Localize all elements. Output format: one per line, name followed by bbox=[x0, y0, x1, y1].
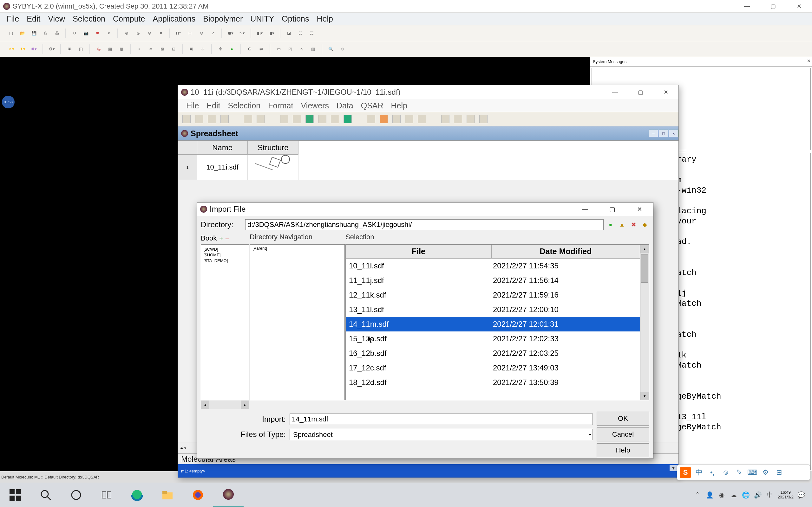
tool-icon[interactable]: ● bbox=[227, 44, 237, 54]
panel-pin-icon[interactable]: ✕ bbox=[807, 58, 811, 63]
ss-menu-viewers[interactable]: Viewers bbox=[297, 100, 333, 112]
grid-icon[interactable]: ▦ bbox=[105, 44, 115, 54]
light-icon[interactable]: ✺▾ bbox=[29, 44, 39, 54]
bookmarks-hscroll[interactable]: ◂ ▸ bbox=[201, 400, 249, 409]
cancel-button[interactable]: Cancel bbox=[597, 428, 649, 441]
tray-people-icon[interactable]: 👤 bbox=[705, 491, 714, 499]
dropdown-icon[interactable]: ▾ bbox=[104, 29, 113, 38]
stop-icon[interactable]: ⊘ bbox=[338, 44, 347, 54]
tool-icon[interactable]: ⊹ bbox=[198, 44, 207, 54]
menu-edit[interactable]: Edit bbox=[23, 13, 44, 25]
tool-icon[interactable]: ✶ bbox=[146, 44, 155, 54]
ss-toolbtn[interactable] bbox=[331, 115, 339, 123]
ss-toolbtn[interactable] bbox=[367, 115, 375, 123]
ss-menu-edit[interactable]: Edit bbox=[203, 100, 224, 112]
nav-item[interactable]: [Parent] bbox=[252, 246, 342, 250]
row-header[interactable]: 1 bbox=[178, 155, 197, 180]
tray-network-icon[interactable]: 🌐 bbox=[741, 491, 750, 499]
ss-toolbtn[interactable] bbox=[183, 115, 191, 123]
new-icon[interactable]: ▢ bbox=[6, 29, 16, 38]
ime-toolbar[interactable]: S 中 •, ☺ ✎ ⌨ ⚙ ⊞ bbox=[677, 464, 810, 481]
tool-icon[interactable]: ⊘ bbox=[145, 29, 154, 38]
sogou-logo-icon[interactable]: S bbox=[680, 467, 691, 478]
ss-toolbtn[interactable] bbox=[405, 115, 413, 123]
win-icon[interactable]: ▭ bbox=[274, 44, 284, 54]
bookmark-remove-icon[interactable]: – bbox=[225, 235, 229, 242]
light-icon[interactable]: ☀▾ bbox=[6, 44, 16, 54]
dir-refresh-icon[interactable]: ● bbox=[606, 220, 615, 229]
ss-menu-format[interactable]: Format bbox=[264, 100, 297, 112]
window-icon[interactable]: ◧▾ bbox=[255, 29, 264, 38]
col-name[interactable]: Name bbox=[197, 141, 248, 155]
bookmark-item[interactable]: [$CWD] bbox=[204, 246, 246, 252]
nav-list[interactable]: [Parent] bbox=[250, 244, 345, 400]
taskbar-clock[interactable]: 16:49 2021/3/2 bbox=[777, 490, 794, 499]
import-minimize-button[interactable]: — bbox=[571, 203, 599, 216]
win-icon[interactable]: ∿ bbox=[297, 44, 306, 54]
gear-icon[interactable]: ⚙▾ bbox=[47, 44, 56, 54]
file-type-select[interactable]: Spreadsheet bbox=[290, 429, 593, 440]
file-row[interactable]: 15_12a.sdf2021/2/27 12:02:33 bbox=[346, 331, 640, 346]
ss-toolbtn[interactable] bbox=[280, 115, 288, 123]
file-scrollbar[interactable]: ▴ ▾ bbox=[640, 245, 649, 400]
arrow-icon[interactable]: ↖▾ bbox=[237, 29, 247, 38]
spreadsheet-header[interactable]: Spreadsheet – □ × bbox=[178, 126, 678, 140]
dir-delete-icon[interactable]: ✖ bbox=[629, 220, 638, 229]
saveas-icon[interactable]: ⎙ bbox=[41, 29, 50, 38]
main-maximize-button[interactable]: ▢ bbox=[760, 0, 786, 12]
import-file-dialog[interactable]: Import File — ▢ ✕ Directory: ● ▲ ✖ ◆ Boo… bbox=[197, 202, 653, 459]
scroll-left-icon[interactable]: ◂ bbox=[201, 400, 209, 409]
file-row[interactable]: 10_11i.sdf2021/2/27 11:54:35 bbox=[346, 259, 640, 273]
h-plus-icon[interactable]: H⁺ bbox=[174, 29, 183, 38]
file-row[interactable]: 13_11l.sdf2021/2/27 12:00:10 bbox=[346, 302, 640, 317]
tool-icon[interactable]: ⊠ bbox=[157, 44, 167, 54]
undo-icon[interactable]: ↺ bbox=[70, 29, 79, 38]
import-maximize-button[interactable]: ▢ bbox=[599, 203, 626, 216]
import-titlebar[interactable]: Import File — ▢ ✕ bbox=[197, 203, 653, 216]
menu-selection[interactable]: Selection bbox=[69, 13, 109, 25]
ss-toolbtn[interactable] bbox=[208, 115, 216, 123]
delete-icon[interactable]: ✖ bbox=[93, 29, 102, 38]
search-button[interactable] bbox=[31, 483, 61, 507]
ss-toolbtn[interactable] bbox=[344, 115, 352, 123]
ss-menu-selection[interactable]: Selection bbox=[224, 100, 264, 112]
molecular-areas-body[interactable]: m1: <empty> ▼ bbox=[178, 464, 678, 477]
ss-toolbtn[interactable] bbox=[195, 115, 203, 123]
inner-minimize-button[interactable]: – bbox=[649, 130, 658, 137]
bookmark-add-icon[interactable]: + bbox=[219, 235, 223, 242]
ime-more-icon[interactable]: ⊞ bbox=[774, 467, 784, 478]
menu-file[interactable]: File bbox=[3, 13, 23, 25]
scroll-right-icon[interactable]: ▸ bbox=[241, 400, 249, 409]
win-icon[interactable]: ◰ bbox=[286, 44, 295, 54]
spreadsheet-close-button[interactable]: ✕ bbox=[653, 86, 678, 99]
ss-toolbtn[interactable] bbox=[441, 115, 450, 123]
cube-icon[interactable]: ⬣▾ bbox=[226, 29, 235, 38]
spreadsheet-maximize-button[interactable]: ▢ bbox=[628, 86, 653, 99]
menu-biopolymer[interactable]: Biopolymer bbox=[199, 13, 247, 25]
ss-toolbtn[interactable] bbox=[318, 115, 326, 123]
menu-options[interactable]: Options bbox=[278, 13, 313, 25]
open-icon[interactable]: 📂 bbox=[18, 29, 27, 38]
menu-view[interactable]: View bbox=[44, 13, 69, 25]
light-icon[interactable]: ✦▾ bbox=[18, 44, 27, 54]
file-row[interactable]: 11_11j.sdf2021/2/27 11:56:14 bbox=[346, 273, 640, 288]
grid-icon[interactable]: ▩ bbox=[117, 44, 126, 54]
ss-toolbtn[interactable] bbox=[392, 115, 401, 123]
menu-applications[interactable]: Applications bbox=[149, 13, 199, 25]
window-icon[interactable]: ◨▾ bbox=[266, 29, 276, 38]
chart-icon[interactable]: ☶ bbox=[307, 29, 316, 38]
file-row[interactable]: 16_12b.sdf2021/2/27 12:03:25 bbox=[346, 346, 640, 360]
ss-menu-qsar[interactable]: QSAR bbox=[357, 100, 387, 112]
col-date[interactable]: Date Modified bbox=[492, 245, 640, 258]
ss-toolbtn[interactable] bbox=[380, 115, 388, 123]
h-icon[interactable]: H bbox=[185, 29, 195, 38]
file-row[interactable]: 17_12c.sdf2021/2/27 13:49:03 bbox=[346, 360, 640, 375]
import-filename-input[interactable] bbox=[290, 413, 593, 425]
spreadsheet-minimize-button[interactable]: — bbox=[602, 86, 628, 99]
grid-row[interactable]: 1 10_11i.sdf bbox=[178, 155, 678, 180]
ss-menu-help[interactable]: Help bbox=[387, 100, 411, 112]
spreadsheet-grid[interactable]: Name Structure 1 10_11i.sdf bbox=[178, 140, 678, 180]
save-icon[interactable]: 💾 bbox=[29, 29, 39, 38]
bookmark-item[interactable]: [$TA_DEMO] bbox=[204, 258, 246, 264]
camera-icon[interactable]: 📷 bbox=[81, 29, 91, 38]
